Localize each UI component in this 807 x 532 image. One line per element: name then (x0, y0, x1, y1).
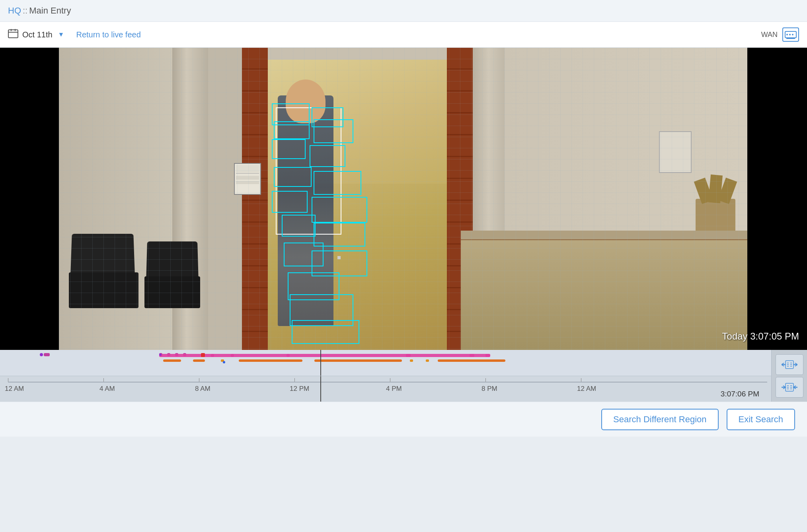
door-tile-left (242, 48, 268, 350)
zoom-out-button[interactable] (776, 354, 803, 375)
time-label-12am-end: 12 AM (577, 385, 596, 393)
top-bar: HQ :: Main Entry (0, 0, 807, 22)
event-magenta-dot-3 (287, 354, 290, 357)
breadcrumb-location[interactable]: HQ (8, 6, 21, 16)
action-bar: Search Different Region Exit Search (0, 402, 807, 437)
event-orange-3rd (438, 359, 505, 362)
event-orange-dot-3 (426, 359, 429, 362)
breadcrumb-page: Main Entry (29, 6, 71, 16)
zoom-in-button[interactable] (776, 377, 803, 398)
breadcrumb-separator: :: (23, 6, 27, 16)
time-label-12pm: 12 PM (290, 385, 309, 393)
event-magenta-late-3 (485, 354, 490, 357)
search-different-region-button[interactable]: Search Different Region (601, 409, 718, 430)
event-orange-2nd (314, 359, 402, 362)
network-icon[interactable] (782, 27, 799, 42)
time-label-4am: 4 AM (99, 385, 115, 393)
svg-rect-20 (786, 383, 793, 391)
camera-scene (59, 48, 747, 350)
date-dropdown-arrow[interactable]: ▼ (58, 31, 64, 38)
person-detection-area (266, 80, 345, 326)
plant-decoration (692, 167, 739, 231)
event-orange-1 (163, 359, 181, 362)
ruler-line (8, 382, 767, 382)
svg-rect-8 (786, 38, 795, 39)
wan-label: WAN (761, 31, 778, 39)
event-blue-1 (223, 361, 225, 363)
svg-rect-0 (8, 30, 18, 38)
event-magenta-dot-2 (231, 354, 234, 357)
time-label-8am: 8 AM (195, 385, 211, 393)
time-label-12am: 12 AM (5, 385, 24, 393)
playhead-ruler (320, 376, 321, 402)
svg-point-6 (789, 34, 791, 35)
reception-desk (461, 231, 747, 350)
corridor-left (208, 48, 246, 350)
left-black-bar (0, 48, 59, 350)
event-magenta-late-1 (406, 354, 411, 357)
cam-header-left: Oct 11th ▼ Return to live feed (8, 29, 761, 41)
event-magenta-dot-1 (211, 354, 214, 357)
current-time-display: 3:07:06 PM (721, 390, 759, 398)
date-label[interactable]: Oct 11th (22, 30, 53, 39)
timeline-area[interactable]: 12 AM 4 AM 8 AM 12 PM 4 PM 8 PM 12 AM 3:… (0, 350, 807, 402)
event-magenta-late-2 (470, 354, 474, 357)
calendar-icon[interactable] (8, 29, 18, 41)
event-orange-dot-2 (410, 359, 413, 362)
event-red-1 (201, 353, 205, 357)
zoom-controls (771, 350, 807, 402)
playhead (320, 350, 321, 376)
chairs-area (67, 209, 166, 328)
event-magenta-1 (44, 353, 50, 356)
live-feed-link[interactable]: Return to live feed (76, 30, 140, 39)
event-purple-1 (40, 353, 43, 356)
svg-point-5 (786, 34, 788, 35)
video-container: Today 3:07:05 PM (0, 48, 807, 350)
exit-search-button[interactable]: Exit Search (727, 409, 795, 430)
event-orange-2 (193, 359, 205, 362)
event-purple-2 (159, 353, 162, 356)
tracking-dot (337, 256, 341, 259)
event-magenta-main (159, 354, 489, 357)
video-timestamp: Today 3:07:05 PM (722, 331, 799, 342)
camera-header: Oct 11th ▼ Return to live feed WAN (0, 22, 807, 48)
svg-rect-11 (786, 361, 793, 369)
right-black-bar (743, 48, 807, 350)
wall-sign (234, 163, 261, 195)
event-orange-main (239, 359, 302, 362)
cam-header-right: WAN (761, 27, 799, 42)
timeline-ruler[interactable]: 12 AM 4 AM 8 AM 12 PM 4 PM 8 PM 12 AM 3:… (0, 376, 807, 402)
svg-point-7 (792, 34, 793, 35)
timeline-track[interactable] (0, 350, 807, 376)
time-label-4pm: 4 PM (386, 385, 402, 393)
time-label-8pm: 8 PM (481, 385, 497, 393)
plant-foliage (692, 167, 739, 215)
right-wall-panel (659, 131, 692, 173)
